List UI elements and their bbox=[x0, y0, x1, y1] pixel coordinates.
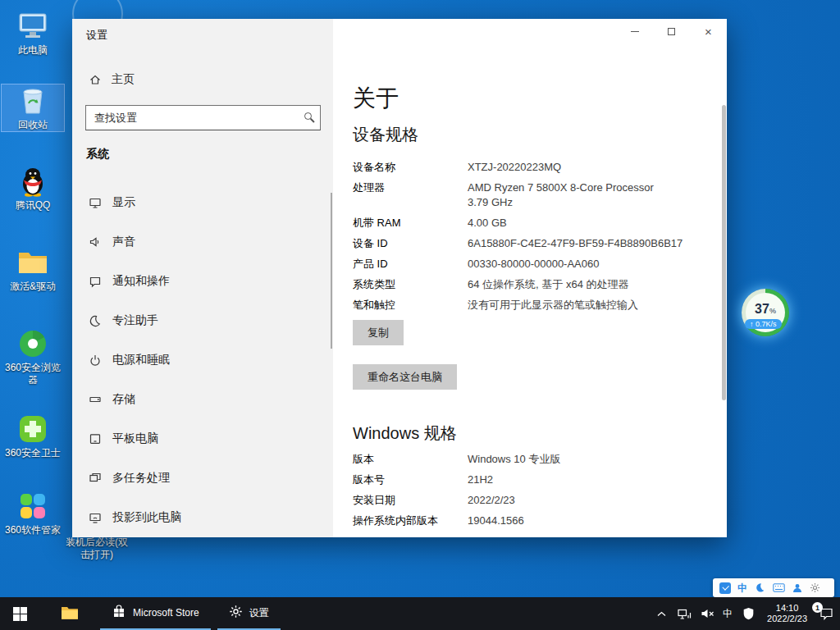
this-pc-icon bbox=[15, 10, 51, 43]
processor-line-2: 3.79 GHz bbox=[468, 195, 654, 210]
sidebar-item-storage[interactable]: 存储 bbox=[72, 380, 333, 419]
spec-row: 处理器 AMD Ryzen 7 5800X 8-Core Processor 3… bbox=[353, 180, 707, 210]
about-page: 关于 设备规格 设备名称 XTZJ-20220223MQ 处理器 AMD Ryz… bbox=[333, 19, 727, 537]
microsoft-store-button[interactable]: Microsoft Store bbox=[100, 597, 211, 630]
spec-label: 系统类型 bbox=[353, 277, 468, 292]
minimize-button[interactable] bbox=[616, 19, 653, 44]
desktop-icon-label: 腾讯QQ bbox=[2, 199, 64, 212]
window-controls: × bbox=[616, 19, 727, 44]
desktop-icon-activation-folder[interactable]: 激活&驱动 bbox=[2, 246, 64, 293]
desktop-icon-360-software-manager[interactable]: 360软件管家 bbox=[2, 490, 64, 536]
spec-row: 版本号 21H2 bbox=[353, 472, 707, 487]
start-button[interactable] bbox=[0, 597, 39, 630]
spec-label: 版本号 bbox=[353, 472, 468, 487]
sidebar-item-sound[interactable]: 声音 bbox=[72, 222, 333, 262]
sidebar-item-tablet[interactable]: 平板电脑 bbox=[72, 419, 333, 459]
spec-label: 安装日期 bbox=[353, 493, 468, 508]
spec-value: 6A15880F-C4E2-47F9-BF59-F4B8890B6B17 bbox=[468, 236, 682, 251]
night-mode-icon[interactable] bbox=[754, 581, 765, 596]
desktop-icon-360-safeguard[interactable]: 360安全卫士 bbox=[2, 413, 64, 459]
keyboard-icon[interactable] bbox=[772, 581, 785, 596]
spec-value: 4.00 GB bbox=[468, 216, 507, 231]
search-icon[interactable] bbox=[304, 112, 312, 120]
window-title: 设置 bbox=[86, 28, 107, 43]
sidebar-item-label: 存储 bbox=[112, 392, 135, 407]
desktop-icon-label: 360软件管家 bbox=[2, 524, 64, 536]
sidebar-section-title: 系统 bbox=[86, 147, 109, 162]
spec-label: 版本 bbox=[353, 452, 468, 467]
360-speed-ball[interactable]: 37% ↑ 0.7K/s bbox=[742, 289, 789, 336]
sidebar-item-display[interactable]: 显示 bbox=[72, 183, 333, 222]
page-title: 关于 bbox=[353, 83, 399, 114]
spec-value: XTZJ-20220223MQ bbox=[468, 160, 561, 175]
spec-row: 安装日期 2022/2/23 bbox=[353, 493, 707, 508]
maximize-button[interactable] bbox=[653, 19, 690, 44]
rename-pc-button[interactable]: 重命名这台电脑 bbox=[353, 364, 457, 390]
desktop-icon-qq[interactable]: 腾讯QQ bbox=[2, 165, 64, 212]
ime-toolbar: 中 bbox=[713, 578, 834, 597]
desktop-icon-label: 装机后必读(双击打开) bbox=[66, 536, 128, 561]
spec-label: 设备 ID bbox=[353, 236, 468, 251]
device-spec-rows: 设备名称 XTZJ-20220223MQ 处理器 AMD Ryzen 7 580… bbox=[353, 160, 707, 318]
content-scrollbar[interactable] bbox=[722, 105, 726, 400]
settings-gear-icon bbox=[229, 605, 243, 621]
sidebar-item-power-sleep[interactable]: 电源和睡眠 bbox=[72, 340, 333, 380]
network-speed-badge: ↑ 0.7K/s bbox=[745, 319, 782, 329]
sidebar-item-label: 平板电脑 bbox=[112, 431, 158, 446]
microsoft-store-icon bbox=[112, 605, 126, 622]
sidebar-item-projecting[interactable]: 投影到此电脑 bbox=[72, 498, 333, 537]
maximize-icon bbox=[668, 28, 675, 35]
settings-search bbox=[85, 105, 321, 130]
taskbar-app-label: Microsoft Store bbox=[133, 607, 199, 619]
sidebar-item-notifications[interactable]: 通知和操作 bbox=[72, 262, 333, 301]
360-software-manager-icon bbox=[15, 490, 51, 523]
multitasking-icon bbox=[88, 472, 102, 486]
show-hidden-icons-chevron[interactable] bbox=[654, 606, 669, 621]
ime-logo-icon[interactable] bbox=[719, 582, 731, 594]
taskbar-clock[interactable]: 14:10 2022/2/23 bbox=[764, 603, 810, 624]
power-icon bbox=[88, 354, 102, 368]
sidebar-home-label: 主页 bbox=[112, 72, 135, 87]
file-explorer-button[interactable] bbox=[51, 597, 89, 630]
desktop-icon-label: 360安全浏览器 bbox=[2, 362, 64, 386]
tray-time: 14:10 bbox=[767, 603, 807, 614]
processor-line-1: AMD Ryzen 7 5800X 8-Core Processor bbox=[468, 180, 654, 195]
spec-value: Windows 10 专业版 bbox=[468, 452, 560, 467]
sidebar-item-home[interactable]: 主页 bbox=[72, 66, 333, 93]
settings-taskbar-button[interactable]: 设置 bbox=[217, 597, 281, 630]
network-icon[interactable] bbox=[677, 606, 692, 621]
spec-value: 2022/2/23 bbox=[468, 493, 515, 508]
search-input[interactable] bbox=[85, 105, 321, 130]
sidebar-scrollbar[interactable] bbox=[331, 193, 332, 349]
ime-mode-indicator[interactable]: 中 bbox=[737, 583, 747, 593]
settings-sidebar: 设置 主页 系统 显示 声音 bbox=[72, 19, 333, 537]
desktop-icon-label: 激活&驱动 bbox=[2, 281, 64, 293]
desktop-icon-360-browser[interactable]: 360安全浏览器 bbox=[2, 327, 64, 386]
input-method-indicator[interactable]: 中 bbox=[723, 607, 733, 621]
sidebar-item-focus-assist[interactable]: 专注助手 bbox=[72, 301, 333, 340]
volume-muted-icon[interactable] bbox=[700, 606, 714, 621]
desktop-icon-this-pc[interactable]: 此电脑 bbox=[2, 10, 64, 57]
device-spec-heading: 设备规格 bbox=[353, 124, 418, 146]
system-tray: 中 14:10 2022/2/23 1 bbox=[654, 597, 840, 630]
settings-window: 设置 主页 系统 显示 声音 bbox=[72, 19, 727, 537]
spec-row: 设备 ID 6A15880F-C4E2-47F9-BF59-F4B8890B6B… bbox=[353, 236, 707, 251]
sound-icon bbox=[88, 235, 102, 249]
close-button[interactable]: × bbox=[690, 19, 727, 44]
desktop-icon-recycle-bin[interactable]: 回收站 bbox=[2, 84, 64, 131]
spec-label: 机带 RAM bbox=[353, 216, 468, 231]
percent-unit: % bbox=[769, 307, 776, 315]
home-icon bbox=[88, 73, 102, 87]
user-icon[interactable] bbox=[792, 581, 802, 596]
ime-settings-gear-icon[interactable] bbox=[809, 581, 820, 596]
action-center-button[interactable]: 1 bbox=[819, 606, 833, 621]
copy-button[interactable]: 复制 bbox=[353, 320, 404, 345]
qq-penguin-icon bbox=[15, 165, 51, 198]
sidebar-item-label: 通知和操作 bbox=[112, 274, 170, 289]
defender-shield-icon[interactable] bbox=[741, 606, 756, 621]
sidebar-item-multitasking[interactable]: 多任务处理 bbox=[72, 459, 333, 498]
sidebar-item-label: 显示 bbox=[112, 195, 135, 210]
spec-row: 版本 Windows 10 专业版 bbox=[353, 452, 707, 467]
spec-value: 没有可用于此显示器的笔或触控输入 bbox=[468, 298, 638, 313]
memory-percent: 37 bbox=[755, 302, 769, 317]
